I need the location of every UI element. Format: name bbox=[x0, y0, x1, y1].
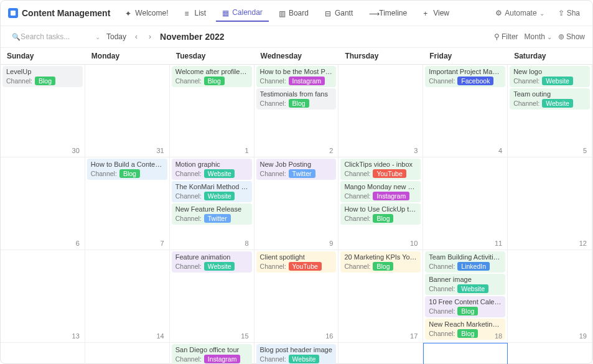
calendar-cell[interactable]: Client spotlightChannel:YouTube16 bbox=[254, 250, 339, 343]
calendar-cell[interactable]: Welcome after profile sign-upChannel:Blo… bbox=[170, 65, 254, 157]
tab-view[interactable]: +View bbox=[417, 5, 455, 21]
automate-button[interactable]: ⚙ Automate ⌄ bbox=[490, 6, 549, 20]
share-button[interactable]: ⇪ Sha bbox=[553, 6, 585, 20]
calendar-cell[interactable]: 13 bbox=[1, 250, 85, 343]
day-number: 7 bbox=[161, 240, 164, 247]
calendar-event[interactable]: Banner imageChannel:Website bbox=[425, 274, 505, 295]
channel-label: Channel: bbox=[429, 285, 455, 292]
calendar-event[interactable]: Feature animationChannel:Website bbox=[172, 251, 252, 273]
calendar-event[interactable]: Important Project ManagementChannel:Face… bbox=[425, 66, 505, 87]
calendar-event[interactable]: San Diego office tourChannel:Instagram bbox=[172, 344, 252, 364]
calendar-cell[interactable]: 20 Marketing KPIs You Need toChannel:Blo… bbox=[339, 250, 423, 343]
calendar-event[interactable]: Welcome after profile sign-upChannel:Blo… bbox=[172, 66, 252, 87]
calendar-event[interactable]: Testimonials from fansChannel:Blog bbox=[256, 88, 337, 110]
calendar-event[interactable]: New Feature ReleaseChannel:Twitter bbox=[172, 203, 252, 225]
calendar-cell[interactable]: 12 bbox=[508, 157, 592, 250]
channel-label: Channel: bbox=[6, 77, 32, 85]
calendar-cell[interactable]: 31 bbox=[85, 65, 170, 157]
chevron-down-icon: ⌄ bbox=[539, 10, 544, 17]
channel-chip: Facebook bbox=[457, 77, 493, 85]
period-button[interactable]: Month⌄ bbox=[525, 32, 552, 41]
calendar-event[interactable]: New Reach Marketing: How ClickUpChannel:… bbox=[425, 319, 505, 340]
channel-label: Channel: bbox=[175, 192, 202, 200]
calendar-event[interactable]: How to be the Most ProductiveChannel:Ins… bbox=[256, 66, 337, 87]
channel-label: Channel: bbox=[344, 215, 370, 222]
calendar-event[interactable]: New logoChannel:Website bbox=[510, 66, 590, 87]
list-icon bbox=[8, 8, 18, 18]
list-icon: ≡ bbox=[184, 9, 192, 17]
calendar-event[interactable]: ClickTips video - inboxChannel:YouTube bbox=[340, 159, 421, 180]
calendar-event[interactable]: Blog post header imageChannel:Website bbox=[256, 344, 337, 364]
prev-month-button[interactable]: ‹ bbox=[133, 32, 140, 41]
search-input[interactable] bbox=[8, 30, 95, 44]
today-button[interactable]: Today bbox=[106, 32, 126, 41]
calendar-cell[interactable]: ClickTips video - inboxChannel:YouTubeMa… bbox=[339, 157, 423, 250]
calendar-event[interactable]: New Job PostingChannel:Twitter bbox=[256, 159, 337, 180]
calendar-cell[interactable]: Blog post header imageChannel:Website23 bbox=[254, 343, 339, 364]
robot-icon: ⚙ bbox=[495, 9, 502, 17]
calendar-cell[interactable]: 20 bbox=[1, 343, 85, 364]
tab-list[interactable]: ≡List bbox=[178, 5, 212, 21]
tab-welcome[interactable]: ✦Welcome! bbox=[119, 5, 174, 21]
channel-label: Channel: bbox=[175, 215, 202, 222]
calendar-event[interactable]: Client spotlightChannel:YouTube bbox=[256, 251, 337, 273]
calendar-cell[interactable]: Important Project ManagementChannel:Face… bbox=[423, 65, 508, 157]
calendar-cell[interactable]: 24 bbox=[339, 343, 423, 364]
next-month-button[interactable]: › bbox=[146, 32, 154, 41]
calendar-event[interactable]: Team outingChannel:Website bbox=[510, 88, 590, 110]
tab-timeline[interactable]: ⟶Timeline bbox=[363, 5, 413, 21]
welcome-icon: ✦ bbox=[125, 9, 133, 17]
calendar-cell[interactable]: How to be the Most ProductiveChannel:Ins… bbox=[254, 65, 339, 157]
channel-label: Channel: bbox=[429, 77, 455, 85]
calendar-cell[interactable]: New Job PostingChannel:Twitter9 bbox=[254, 157, 339, 250]
calendar-event[interactable]: How to Build a Content CreationChannel:B… bbox=[87, 159, 167, 180]
calendar-cell[interactable]: Team Building Activities: 25 ExChannel:L… bbox=[423, 250, 508, 343]
tab-label: Board bbox=[289, 9, 309, 17]
show-button[interactable]: ⊚Show bbox=[558, 32, 585, 41]
day-number: 12 bbox=[579, 240, 587, 247]
chevron-down-icon[interactable]: ⌄ bbox=[95, 34, 100, 40]
calendar-event[interactable]: Team Building Activities: 25 ExChannel:L… bbox=[425, 251, 505, 273]
calendar-event[interactable]: 10 Free Content Calendar TemplatesChanne… bbox=[425, 296, 505, 317]
calendar-cell[interactable]: 6 bbox=[1, 157, 85, 250]
channel-chip: LinkedIn bbox=[457, 262, 490, 271]
day-header: Monday bbox=[85, 48, 170, 64]
tab-gantt[interactable]: ⊟Gantt bbox=[319, 5, 359, 21]
event-title: Banner image bbox=[429, 276, 502, 283]
tab-board[interactable]: ▥Board bbox=[273, 5, 315, 21]
day-header: Tuesday bbox=[170, 48, 254, 64]
calendar-cell[interactable]: 11 bbox=[423, 157, 508, 250]
calendar-cell[interactable]: 25 bbox=[423, 343, 508, 364]
event-title: Feature animation bbox=[175, 253, 248, 261]
calendar-event[interactable]: LevelUpChannel:Blog bbox=[2, 66, 83, 87]
day-number: 8 bbox=[245, 240, 248, 247]
calendar-cell[interactable]: 14 bbox=[85, 250, 170, 343]
calendar-cell[interactable]: 26 bbox=[508, 343, 592, 364]
channel-chip: Website bbox=[204, 192, 235, 200]
calendar-event[interactable]: Mango Monday new employeeChannel:Instagr… bbox=[340, 181, 421, 202]
filter-button[interactable]: ⚲Filter bbox=[494, 32, 518, 41]
calendar-event[interactable]: 20 Marketing KPIs You Need toChannel:Blo… bbox=[340, 251, 421, 273]
filter-label: Filter bbox=[502, 32, 518, 41]
channel-chip: Blog bbox=[373, 262, 393, 271]
calendar-event[interactable]: The KonMari Method for ProjectChannel:We… bbox=[172, 181, 252, 202]
calendar-cell[interactable]: Feature animationChannel:Website15 bbox=[170, 250, 254, 343]
automate-label: Automate bbox=[505, 9, 536, 17]
tab-calendar[interactable]: ▦Calendar bbox=[216, 4, 269, 22]
month-label: November 2022 bbox=[160, 32, 225, 42]
calendar-event[interactable]: Motion graphicChannel:Website bbox=[172, 159, 252, 180]
calendar-cell[interactable]: 3 bbox=[339, 65, 423, 157]
calendar-cell[interactable]: Motion graphicChannel:WebsiteThe KonMari… bbox=[170, 157, 254, 250]
calendar-cell[interactable]: San Diego office tourChannel:Instagram22 bbox=[170, 343, 254, 364]
calendar-event[interactable]: How to Use ClickUp to SucceedChannel:Blo… bbox=[340, 203, 421, 225]
calendar-cell[interactable]: New logoChannel:WebsiteTeam outingChanne… bbox=[508, 65, 592, 157]
channel-label: Channel: bbox=[260, 263, 286, 270]
calendar-cell[interactable]: How to Build a Content CreationChannel:B… bbox=[85, 157, 170, 250]
tab-label: Timeline bbox=[379, 9, 407, 17]
day-number: 18 bbox=[495, 332, 502, 340]
calendar-cell[interactable]: 21 bbox=[85, 343, 170, 364]
calendar-cell[interactable]: 19 bbox=[508, 250, 592, 343]
period-label: Month bbox=[525, 32, 545, 41]
calendar-cell[interactable]: LevelUpChannel:Blog30 bbox=[1, 65, 85, 157]
day-header: Saturday bbox=[508, 48, 592, 64]
